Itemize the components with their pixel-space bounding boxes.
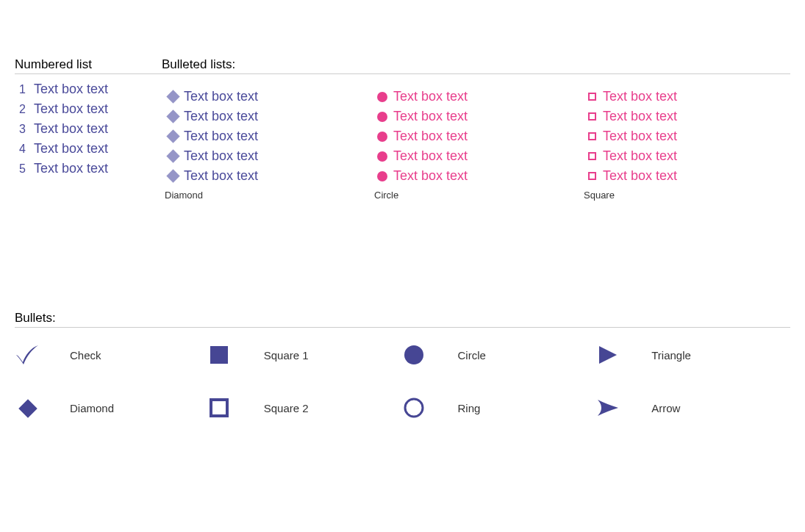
- bullet-label: Square 1: [264, 349, 309, 362]
- list-item: 2Text box text: [15, 101, 162, 117]
- list-item: Text box text: [581, 168, 790, 184]
- list-text: Text box text: [393, 109, 468, 124]
- list-text: Text box text: [184, 109, 258, 124]
- triangle-icon: [596, 344, 640, 366]
- bullet-label: Ring: [458, 402, 481, 414]
- bullet-label: Arrow: [651, 402, 680, 414]
- svg-rect-4: [211, 400, 227, 416]
- diamond-list-column: Text box text Text box text Text box tex…: [162, 82, 371, 201]
- check-icon: [15, 345, 59, 365]
- svg-marker-2: [599, 346, 617, 364]
- list-number: 3: [15, 123, 34, 136]
- bullet-cell-ring: Ring: [403, 395, 597, 420]
- list-text: Text box text: [393, 89, 468, 104]
- bullet-cell-circle: Circle: [403, 344, 597, 366]
- bullets-title: Bullets:: [15, 311, 790, 328]
- square-filled-icon: [209, 345, 253, 365]
- numbered-list-section: Numbered list 1Text box text 2Text box t…: [15, 57, 162, 181]
- diamond-icon: [162, 92, 184, 101]
- diamond-icon: [162, 132, 184, 141]
- square-outline-icon: [209, 398, 253, 418]
- bulleted-lists-section: Bulleted lists: Text box text Text box t…: [162, 57, 790, 201]
- list-item: 1Text box text: [15, 82, 162, 97]
- bullet-cell-square2: Square 2: [209, 395, 403, 420]
- list-text: Text box text: [184, 168, 258, 184]
- list-item: Text box text: [162, 89, 371, 104]
- circle-bullet-list: Text box text Text box text Text box tex…: [371, 89, 581, 184]
- bulleted-lists-title: Bulleted lists:: [162, 57, 790, 74]
- square-bullet-list: Text box text Text box text Text box tex…: [581, 89, 790, 184]
- bullet-label: Diamond: [70, 402, 114, 414]
- bullet-cell-check: Check: [15, 344, 209, 366]
- bullets-section: Bullets: Check Square 1: [15, 311, 790, 420]
- list-text: Text box text: [393, 148, 468, 164]
- bullet-label: Triangle: [651, 349, 691, 362]
- svg-rect-0: [210, 346, 228, 364]
- circle-icon: [371, 132, 393, 142]
- list-item: Text box text: [581, 148, 790, 164]
- arrow-icon: [596, 397, 640, 419]
- list-text: Text box text: [603, 89, 677, 104]
- numbered-list-title: Numbered list: [15, 57, 162, 74]
- list-item: 5Text box text: [15, 161, 162, 176]
- square-list-column: Text box text Text box text Text box tex…: [581, 82, 790, 201]
- list-text: Text box text: [603, 109, 677, 124]
- list-item: Text box text: [581, 89, 790, 104]
- circle-filled-icon: [403, 344, 447, 366]
- list-text: Text box text: [184, 89, 258, 104]
- svg-rect-3: [18, 399, 37, 417]
- square-outline-icon: [581, 112, 603, 121]
- svg-point-5: [405, 399, 423, 417]
- list-item: Text box text: [371, 109, 581, 124]
- circle-icon: [371, 151, 393, 162]
- list-text: Text box text: [34, 161, 108, 176]
- bullet-cell-square1: Square 1: [209, 344, 403, 366]
- circle-icon: [371, 171, 393, 181]
- svg-point-1: [404, 345, 423, 364]
- list-text: Text box text: [603, 148, 677, 164]
- circle-icon: [371, 92, 393, 102]
- list-text: Text box text: [34, 82, 108, 97]
- list-item: Text box text: [581, 129, 790, 144]
- circle-list-column: Text box text Text box text Text box tex…: [371, 82, 581, 201]
- bullet-cell-diamond: Diamond: [15, 395, 209, 420]
- bullet-label: Square 2: [264, 402, 309, 414]
- list-item: Text box text: [371, 148, 581, 164]
- list-text: Text box text: [603, 129, 677, 144]
- square-outline-icon: [581, 93, 603, 101]
- square-outline-icon: [581, 172, 603, 180]
- diamond-icon: [162, 151, 184, 161]
- list-text: Text box text: [393, 129, 468, 144]
- list-number: 5: [15, 162, 34, 176]
- list-text: Text box text: [34, 121, 108, 137]
- bullet-cell-arrow: Arrow: [596, 395, 790, 420]
- list-item: Text box text: [162, 129, 371, 144]
- list-text: Text box text: [184, 129, 258, 144]
- list-text: Text box text: [184, 148, 258, 164]
- list-item: 4Text box text: [15, 141, 162, 157]
- bullet-label: Check: [70, 349, 101, 362]
- diamond-bullet-list: Text box text Text box text Text box tex…: [162, 89, 371, 184]
- list-item: Text box text: [581, 109, 790, 124]
- diamond-icon: [162, 112, 184, 121]
- bullets-grid: Check Square 1 Circle Tria: [15, 344, 790, 420]
- bullet-cell-triangle: Triangle: [596, 344, 790, 366]
- list-text: Text box text: [34, 101, 108, 117]
- list-text: Text box text: [603, 168, 677, 184]
- list-item: Text box text: [162, 148, 371, 164]
- list-number: 4: [15, 143, 34, 156]
- ring-icon: [403, 397, 447, 419]
- square-label: Square: [584, 190, 790, 201]
- square-outline-icon: [581, 132, 603, 140]
- list-number: 2: [15, 103, 34, 116]
- diamond-filled-icon: [15, 395, 59, 420]
- diamond-label: Diamond: [165, 190, 371, 201]
- list-text: Text box text: [393, 168, 468, 184]
- circle-label: Circle: [374, 190, 581, 201]
- list-number: 1: [15, 83, 34, 96]
- square-outline-icon: [581, 152, 603, 160]
- list-item: Text box text: [162, 109, 371, 124]
- circle-icon: [371, 112, 393, 122]
- list-item: Text box text: [371, 168, 581, 184]
- diamond-icon: [162, 171, 184, 181]
